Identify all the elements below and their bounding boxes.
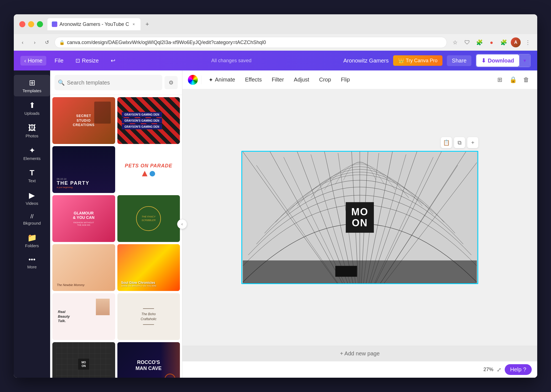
zoom-expand-btn[interactable]: ⤢ (497, 366, 501, 373)
animate-icon: ✦ (209, 77, 213, 83)
resize-btn[interactable]: ⊡ Resize (72, 56, 102, 66)
url-bar[interactable]: 🔒 canva.com/design/DAEGwlxvWrk/ogWIQql2I… (55, 37, 447, 48)
back-btn[interactable]: ‹ (18, 38, 27, 47)
download-btn[interactable]: ⬇ Download (476, 55, 519, 67)
template-card-secret-studio[interactable]: SECRETSTUDIOCREATIONS (52, 97, 115, 144)
sidebar-item-background[interactable]: // Bkground (14, 210, 50, 229)
download-group: ⬇ Download ▾ (476, 54, 531, 67)
home-chevron-icon: ‹ (24, 58, 26, 64)
maximize-window-btn[interactable] (37, 21, 43, 27)
crop-label: Crop (319, 77, 331, 83)
template-card-roccos[interactable]: ROCCO'SMAN CAVE (117, 342, 180, 378)
grid-view-btn[interactable]: ⊞ (494, 74, 505, 85)
moon-text-line2: ON (351, 217, 368, 228)
svg-rect-1 (78, 359, 89, 370)
undo-icon: ↩ (111, 58, 115, 64)
crop-btn[interactable]: Crop (315, 74, 335, 85)
template-card-glamour[interactable]: GLAMOUR& YOU CAN FASHION WITHOUTTHE AGE … (52, 195, 115, 242)
canvas-area: ✦ Animate Effects Filter Adjust Crop Fli… (182, 70, 537, 378)
canvas-moon-logo: MO ON (346, 202, 374, 233)
template-card-fancy-scribbler[interactable]: THE FANCYSCRIBBLER (117, 195, 180, 242)
tab-bar: Aronowitz Gamers - YouTube C × + (47, 18, 532, 30)
resize-icon: ⊡ (75, 57, 80, 64)
minimize-window-btn[interactable] (28, 21, 34, 27)
effects-btn[interactable]: Effects (241, 74, 266, 85)
pro-label: Try Canva Pro (406, 58, 437, 64)
help-btn[interactable]: Help ? (505, 364, 532, 375)
tab-close-btn[interactable]: × (131, 22, 136, 27)
sidebar-item-photos[interactable]: 🖼 Photos (14, 120, 50, 141)
sidebar: ⊞ Templates ⬆ Uploads 🖼 Photos ✦ Element… (14, 70, 50, 378)
sidebar-item-elements[interactable]: ✦ Elements (14, 143, 50, 164)
shield-btn[interactable]: 🛡 (462, 37, 472, 47)
add-new-page-btn[interactable]: + Add new page (182, 346, 537, 361)
file-menu-btn[interactable]: File (51, 56, 67, 66)
close-window-btn[interactable] (19, 21, 25, 27)
undo-btn[interactable]: ↩ (107, 56, 119, 66)
sidebar-item-templates[interactable]: ⊞ Templates (14, 75, 50, 96)
template-card-boho-craftaholic[interactable]: The BohoCraftaholic (117, 293, 180, 340)
lock-btn[interactable]: 🔒 (507, 74, 518, 85)
new-tab-btn[interactable]: + (143, 20, 152, 29)
bookmark-btn[interactable]: ☆ (450, 37, 460, 47)
reload-btn[interactable]: ↺ (42, 38, 51, 47)
canvas-workspace[interactable]: 📋 ⧉ + (182, 89, 537, 346)
extension-2-btn[interactable]: ● (487, 37, 496, 47)
sidebar-item-uploads[interactable]: ⬆ Uploads (14, 97, 50, 119)
sidebar-item-more[interactable]: ••• More (14, 252, 50, 273)
template-card-soul-glow[interactable]: Soul Glow Chronicles SHINE AS BRIGHTLY A… (117, 244, 180, 291)
add-btn[interactable]: + (467, 137, 478, 148)
template-card-pets-on-parade[interactable]: PETS ON PARADE (117, 146, 180, 193)
download-dropdown-btn[interactable]: ▾ (519, 55, 530, 67)
animate-btn[interactable]: ✦ Animate (205, 74, 239, 85)
collapse-panel-btn[interactable]: ‹ (177, 219, 187, 229)
collapse-icon: ‹ (181, 222, 183, 227)
template-card-graysons-gaming[interactable]: GRAYSON'S GAMING DEN GRAYSON'S GAMING DE… (117, 97, 180, 144)
background-icon: // (30, 213, 33, 220)
share-btn[interactable]: Share (447, 55, 471, 66)
folders-icon: 📁 (27, 233, 37, 242)
moon-text-line1: MO (351, 206, 368, 217)
templates-icon: ⊞ (29, 78, 35, 87)
canvas-toolbar: ✦ Animate Effects Filter Adjust Crop Fli… (182, 70, 537, 89)
browser-actions: ☆ 🛡 🧩 ● 🧩 A ⋮ (450, 37, 533, 47)
animate-label: Animate (215, 77, 235, 83)
pro-icon: 👑 (398, 58, 404, 64)
forward-btn[interactable]: › (30, 38, 39, 47)
url-text: canva.com/design/DAEGwlxvWrk/ogWIQql2I3a… (67, 40, 266, 45)
photos-icon: 🖼 (28, 123, 36, 132)
title-bar: Aronowitz Gamers - YouTube C × + (14, 14, 537, 34)
template-card-grid-pattern[interactable]: MO ON (52, 342, 115, 378)
extension-1-btn[interactable]: 🧩 (474, 37, 484, 47)
home-button[interactable]: ‹ Home (20, 56, 46, 66)
adjust-btn[interactable]: Adjust (290, 74, 313, 85)
user-avatar[interactable]: A (511, 37, 521, 47)
main-content: ⊞ Templates ⬆ Uploads 🖼 Photos ✦ Element… (14, 70, 537, 378)
try-canva-pro-btn[interactable]: 👑 Try Canva Pro (393, 55, 442, 66)
sidebar-label-folders: Folders (25, 243, 39, 248)
filter-btn[interactable]: ⚙ (164, 76, 178, 89)
template-card-newbie-mommy[interactable]: The Newbie Mommy (52, 244, 115, 291)
sidebar-item-folders[interactable]: 📁 Folders (14, 230, 50, 251)
sidebar-item-text[interactable]: T Text (14, 165, 50, 186)
home-label: Home (28, 58, 42, 64)
sidebar-item-videos[interactable]: ▶ Videos (14, 187, 50, 209)
delete-btn[interactable]: 🗑 (521, 74, 532, 85)
sidebar-label-elements: Elements (23, 156, 41, 161)
extensions-btn[interactable]: 🧩 (499, 37, 509, 47)
menu-btn[interactable]: ⋮ (523, 37, 533, 47)
add-page-label: + Add new page (340, 350, 380, 357)
sidebar-label-uploads: Uploads (24, 111, 39, 116)
tab-favicon (52, 21, 57, 27)
canvas-frame: MO ON ↺ (241, 151, 478, 284)
filter-btn[interactable]: Filter (268, 74, 288, 85)
duplicate-btn[interactable]: ⧉ (454, 137, 465, 148)
notes-btn[interactable]: 📋 (441, 137, 452, 148)
flip-btn[interactable]: Flip (337, 74, 354, 85)
template-card-real-beauty[interactable]: RealBeautyTalk. (52, 293, 115, 340)
color-swatch[interactable] (188, 75, 198, 85)
browser-tab[interactable]: Aronowitz Gamers - YouTube C × (47, 18, 141, 30)
search-input[interactable] (67, 80, 159, 86)
toolbar-divider-1 (201, 75, 201, 84)
template-card-the-party[interactable]: 06.10.14 THE PARTY is just beginning (52, 146, 115, 193)
